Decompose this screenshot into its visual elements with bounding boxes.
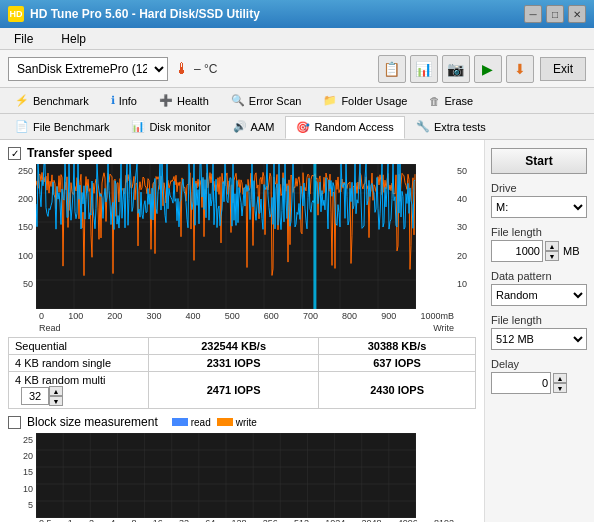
- file-length2-select[interactable]: 64 MB 128 MB 256 MB 512 MB 1024 MB: [491, 328, 587, 350]
- menu-file[interactable]: File: [8, 30, 39, 48]
- legend-write-color: [217, 418, 233, 426]
- chart-title: Transfer speed: [27, 146, 112, 160]
- data-pattern-section: Data pattern Random Sequential Zero One: [491, 270, 588, 306]
- bottom-chart-area: 25 20 15 10 5: [8, 433, 476, 518]
- temp-display: 🌡 – °C: [174, 60, 217, 78]
- toolbar: SanDisk ExtremePro (128 gB) 🌡 – °C 📋 📊 📷…: [0, 50, 594, 88]
- tab-aam[interactable]: 🔊 AAM: [222, 115, 286, 138]
- stepper-up[interactable]: ▲: [49, 386, 63, 396]
- tab-benchmark[interactable]: ⚡ Benchmark: [4, 89, 100, 112]
- table-row: 4 KB random single 2331 IOPS 637 IOPS: [9, 355, 476, 372]
- drive-panel-select[interactable]: M:: [491, 196, 587, 218]
- toolbar-btn-1[interactable]: 📋: [378, 55, 406, 83]
- delay-stepper: ▲ ▼: [553, 373, 567, 393]
- stat-label-sequential: Sequential: [9, 338, 149, 355]
- chart-header: ✓ Transfer speed: [8, 146, 476, 160]
- aam-icon: 🔊: [233, 120, 247, 133]
- legend-write: write: [217, 417, 257, 428]
- exit-button[interactable]: Exit: [540, 57, 586, 81]
- drive-select[interactable]: SanDisk ExtremePro (128 gB): [8, 57, 168, 81]
- tab-extratests[interactable]: 🔧 Extra tests: [405, 115, 497, 138]
- stat-read-4kb-multi: 2471 IOPS: [149, 372, 319, 409]
- maximize-button[interactable]: □: [546, 5, 564, 23]
- delay-row: ▲ ▼: [491, 372, 588, 394]
- bottom-chart-header: Block size measurement read write: [8, 415, 476, 429]
- benchmark-icon: ⚡: [15, 94, 29, 107]
- table-row: Sequential 232544 KB/s 30388 KB/s: [9, 338, 476, 355]
- table-row: 4 KB random multi ▲ ▼ 2471 IOPS 2430 IOP…: [9, 372, 476, 409]
- file-length-input[interactable]: [491, 240, 543, 262]
- stat-write-4kb-multi: 2430 IOPS: [319, 372, 476, 409]
- toolbar-btn-4[interactable]: ▶: [474, 55, 502, 83]
- file-length-down[interactable]: ▼: [545, 251, 559, 261]
- toolbar-btn-3[interactable]: 📷: [442, 55, 470, 83]
- stat-read-4kb-single: 2331 IOPS: [149, 355, 319, 372]
- chart-legend: read write: [172, 417, 257, 428]
- errorscan-icon: 🔍: [231, 94, 245, 107]
- file-length-up[interactable]: ▲: [545, 241, 559, 251]
- multi-stepper-input[interactable]: [21, 387, 49, 405]
- title-bar-text: HD Tune Pro 5.60 - Hard Disk/SSD Utility: [30, 7, 260, 21]
- tabs-row-1: ⚡ Benchmark ℹ Info ➕ Health 🔍 Error Scan…: [0, 88, 594, 114]
- toolbar-btn-5[interactable]: ⬇: [506, 55, 534, 83]
- bottom-chart-section: Block size measurement read write 25 2: [8, 415, 476, 522]
- toolbar-btn-2[interactable]: 📊: [410, 55, 438, 83]
- tab-info[interactable]: ℹ Info: [100, 89, 148, 112]
- data-pattern-select[interactable]: Random Sequential Zero One: [491, 284, 587, 306]
- tab-folderusage[interactable]: 📁 Folder Usage: [312, 89, 418, 112]
- block-size-checkbox[interactable]: [8, 416, 21, 429]
- file-length-stepper: ▲ ▼: [545, 241, 559, 261]
- stat-label-4kb-multi: 4 KB random multi ▲ ▼: [9, 372, 149, 409]
- tab-randomaccess[interactable]: 🎯 Random Access: [285, 116, 404, 139]
- tabs-row-2: 📄 File Benchmark 📊 Disk monitor 🔊 AAM 🎯 …: [0, 114, 594, 140]
- app-icon: HD: [8, 6, 24, 22]
- data-pattern-label: Data pattern: [491, 270, 588, 282]
- file-length-unit: MB: [563, 245, 580, 257]
- delay-label: Delay: [491, 358, 588, 370]
- close-button[interactable]: ✕: [568, 5, 586, 23]
- stepper-down[interactable]: ▼: [49, 396, 63, 406]
- transfer-speed-checkbox[interactable]: ✓: [8, 147, 21, 160]
- legend-read-color: [172, 418, 188, 426]
- tab-health[interactable]: ➕ Health: [148, 89, 220, 112]
- randomaccess-icon: 🎯: [296, 121, 310, 134]
- start-button[interactable]: Start: [491, 148, 587, 174]
- stat-read-sequential: 232544 KB/s: [149, 338, 319, 355]
- health-icon: ➕: [159, 94, 173, 107]
- tab-erase[interactable]: 🗑 Erase: [418, 90, 484, 112]
- legend-read: read: [172, 417, 211, 428]
- delay-up[interactable]: ▲: [553, 373, 567, 383]
- title-bar: HD HD Tune Pro 5.60 - Hard Disk/SSD Util…: [0, 0, 594, 28]
- menu-help[interactable]: Help: [55, 30, 92, 48]
- file-length2-label: File length: [491, 314, 588, 326]
- minimize-button[interactable]: ─: [524, 5, 542, 23]
- tab-diskmonitor[interactable]: 📊 Disk monitor: [120, 115, 221, 138]
- block-size-title: Block size measurement: [27, 415, 158, 429]
- stat-label-4kb-single: 4 KB random single: [9, 355, 149, 372]
- diskmon-icon: 📊: [131, 120, 145, 133]
- extratest-icon: 🔧: [416, 120, 430, 133]
- filebench-icon: 📄: [15, 120, 29, 133]
- menu-bar: File Help: [0, 28, 594, 50]
- main-chart-canvas: [36, 164, 416, 309]
- file-length2-section: File length 64 MB 128 MB 256 MB 512 MB 1…: [491, 314, 588, 350]
- tab-errorscan[interactable]: 🔍 Error Scan: [220, 89, 313, 112]
- main-chart-area: 250 200 150 100 50 50 40 30 20 10: [8, 164, 476, 309]
- drive-label: Drive: [491, 182, 588, 194]
- tab-filebenchmark[interactable]: 📄 File Benchmark: [4, 115, 120, 138]
- file-length-row: ▲ ▼ MB: [491, 240, 588, 262]
- right-panel: Start Drive M: File length ▲ ▼ MB Data p…: [484, 140, 594, 522]
- delay-input[interactable]: [491, 372, 551, 394]
- multi-stepper[interactable]: ▲ ▼: [21, 386, 63, 406]
- stat-write-sequential: 30388 KB/s: [319, 338, 476, 355]
- stats-table: Sequential 232544 KB/s 30388 KB/s 4 KB r…: [8, 337, 476, 409]
- read-label: Read: [39, 323, 61, 333]
- main-content-area: ✓ Transfer speed 250 200 150 100 50 50 4…: [0, 140, 484, 522]
- temp-value: – °C: [194, 62, 217, 76]
- drive-section: Drive M:: [491, 182, 588, 218]
- file-length-section: File length ▲ ▼ MB: [491, 226, 588, 262]
- bottom-chart-canvas: [36, 433, 416, 518]
- delay-down[interactable]: ▼: [553, 383, 567, 393]
- stat-write-4kb-single: 637 IOPS: [319, 355, 476, 372]
- file-length-label: File length: [491, 226, 588, 238]
